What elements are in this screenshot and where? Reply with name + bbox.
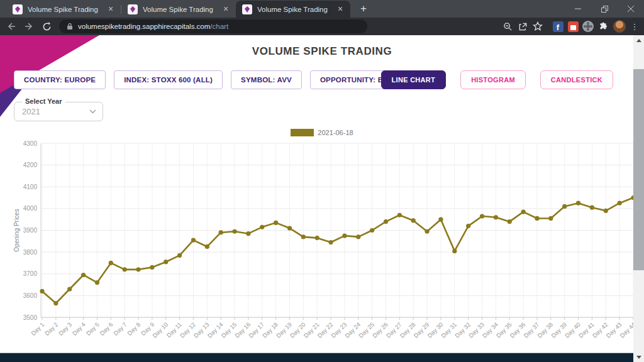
chart-legend[interactable]: 2021-06-18	[0, 129, 644, 136]
chart-type-switcher: LINE CHART HISTOGRAM CANDLESTICK	[381, 70, 613, 89]
tab-2[interactable]: Volume Spike Trading ×	[121, 1, 236, 18]
svg-text:3500: 3500	[23, 314, 38, 321]
svg-text:Day 8: Day 8	[126, 321, 142, 337]
svg-text:3900: 3900	[23, 227, 38, 234]
svg-text:Day 2: Day 2	[43, 321, 59, 337]
svg-text:4100: 4100	[23, 184, 38, 190]
toolbar-right: f ⋮	[501, 19, 640, 33]
line-chart[interactable]: 350036003700380039004000410042004300Day …	[0, 138, 644, 355]
url-path: /chart	[210, 23, 228, 30]
lock-icon	[67, 23, 73, 30]
histogram-button[interactable]: HISTOGRAM	[460, 70, 526, 89]
back-icon[interactable]	[4, 19, 19, 34]
browser-window: Volume Spike Trading × Volume Spike Trad…	[0, 0, 644, 362]
address-bar[interactable]: volumespiketrading.sapphirecapitals.com/…	[59, 19, 367, 33]
minimize-button[interactable]	[565, 0, 591, 18]
svg-text:3600: 3600	[23, 292, 38, 299]
svg-text:Opening Prices: Opening Prices	[13, 209, 20, 251]
svg-text:Day 3: Day 3	[57, 321, 73, 337]
tab-title: Volume Spike Trading	[257, 6, 330, 13]
page-footer	[0, 353, 633, 362]
legend-swatch	[291, 129, 314, 136]
year-select-value: 2021	[22, 107, 40, 116]
line-chart-button[interactable]: LINE CHART	[381, 70, 447, 89]
svg-text:4200: 4200	[23, 162, 38, 168]
profile-avatar[interactable]	[613, 20, 626, 33]
share-icon[interactable]	[516, 19, 530, 33]
chevron-down-icon	[89, 108, 96, 115]
svg-text:Day 1: Day 1	[30, 321, 45, 337]
red-extension-icon[interactable]	[566, 19, 580, 33]
filter-symbol[interactable]: SYMBOL: AVV	[231, 70, 302, 89]
new-tab-button[interactable]: +	[355, 1, 372, 17]
window-controls	[565, 0, 644, 18]
extensions-puzzle-icon[interactable]	[596, 19, 610, 33]
close-window-button[interactable]	[618, 0, 644, 18]
scrollbar-down-icon[interactable]	[633, 352, 644, 362]
svg-text:Day 6: Day 6	[98, 321, 114, 337]
filter-country[interactable]: COUNTRY: EUROPE	[14, 70, 106, 89]
url-host: volumespiketrading.sapphirecapitals.com	[78, 23, 210, 30]
page-content: VOLUME SPIKE TRADING COUNTRY: EUROPE IND…	[0, 35, 644, 362]
legend-label: 2021-06-18	[318, 129, 353, 136]
svg-text:Day 4: Day 4	[71, 321, 87, 337]
browser-toolbar: volumespiketrading.sapphirecapitals.com/…	[0, 18, 644, 35]
tab-1[interactable]: Volume Spike Trading ×	[6, 1, 121, 18]
page-scrollbar[interactable]	[633, 35, 644, 362]
svg-text:3800: 3800	[23, 249, 38, 256]
forward-icon[interactable]	[21, 19, 36, 34]
svg-text:Day 10: Day 10	[151, 321, 169, 339]
site-favicon	[242, 4, 252, 14]
tab-strip: Volume Spike Trading × Volume Spike Trad…	[0, 0, 644, 18]
bookmark-star-icon[interactable]	[531, 19, 545, 33]
tab-close-icon[interactable]: ×	[221, 4, 231, 14]
svg-text:Day 5: Day 5	[85, 321, 101, 337]
filter-index[interactable]: INDEX: STOXX 600 (ALL)	[114, 70, 223, 89]
browser-menu-icon[interactable]: ⋮	[629, 22, 640, 31]
tab-close-icon[interactable]: ×	[106, 4, 116, 14]
year-select-dropdown[interactable]: Select Year 2021	[14, 102, 103, 121]
film-reel-extension-icon[interactable]	[581, 19, 595, 33]
site-favicon	[13, 4, 23, 14]
tab-title: Volume Spike Trading	[28, 6, 101, 13]
zoom-out-icon[interactable]	[501, 19, 514, 33]
scrollbar-thumb[interactable]	[633, 69, 644, 270]
tab-3-active[interactable]: Volume Spike Trading ×	[236, 1, 350, 18]
tab-title: Volume Spike Trading	[143, 6, 216, 13]
year-select-label: Select Year	[22, 97, 65, 105]
svg-text:3700: 3700	[23, 270, 38, 277]
reload-icon[interactable]	[39, 19, 54, 34]
svg-text:Day 7: Day 7	[112, 321, 128, 337]
filter-bar: COUNTRY: EUROPE INDEX: STOXX 600 (ALL) S…	[14, 70, 404, 89]
page-title: VOLUME SPIKE TRADING	[0, 45, 644, 58]
svg-text:4000: 4000	[23, 205, 38, 212]
candlestick-button[interactable]: CANDLESTICK	[540, 70, 613, 89]
restore-button[interactable]	[591, 0, 618, 18]
tab-close-icon[interactable]: ×	[335, 4, 345, 14]
svg-text:4300: 4300	[23, 140, 38, 147]
site-favicon	[128, 4, 138, 14]
scrollbar-up-icon[interactable]	[633, 35, 644, 45]
facebook-extension-icon[interactable]: f	[551, 19, 565, 33]
